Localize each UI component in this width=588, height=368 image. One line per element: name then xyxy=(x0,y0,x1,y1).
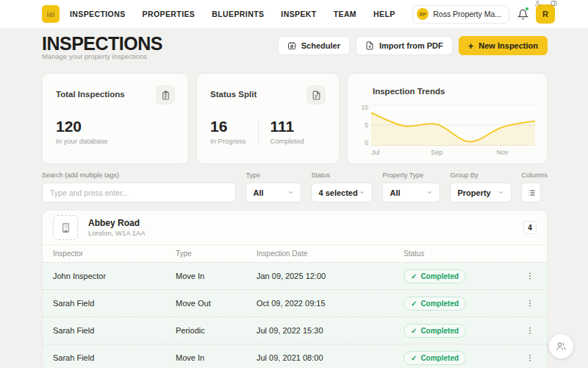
row-menu-button[interactable] xyxy=(523,299,537,308)
row-menu-button[interactable] xyxy=(523,272,537,280)
page-subtitle: Manage your property inspections xyxy=(42,52,162,60)
columns-group: Columns xyxy=(521,171,548,202)
row-menu-button[interactable] xyxy=(523,353,537,362)
column-header-inspection-date: Inspection Date xyxy=(257,250,404,258)
property-type-filter-select[interactable]: All xyxy=(382,183,440,202)
account-name: Ross Property Ma... xyxy=(433,10,501,18)
title-block: INSPECTIONS Manage your property inspect… xyxy=(42,35,162,60)
check-icon: ✓ xyxy=(411,327,417,335)
nav-items: INSPECTIONSPROPERTIESBLUEPRINTSINSPEKTTE… xyxy=(70,10,395,18)
property-location: London, W1A 1AA xyxy=(88,229,146,237)
property-info: Abbey Road London, W1A 1AA xyxy=(88,218,146,237)
y-tick-label: 10 xyxy=(359,105,368,110)
total-inspections-card: Total Inspections 120 In your database xyxy=(42,73,189,164)
type-filter-select[interactable]: All xyxy=(245,183,301,202)
row-menu-button[interactable] xyxy=(523,326,537,335)
columns-button[interactable] xyxy=(521,183,541,202)
search-label: Search (add multiple tags) xyxy=(42,171,236,179)
total-inspections-title: Total Inspections xyxy=(56,90,125,99)
page-content: INSPECTIONS Manage your property inspect… xyxy=(0,35,588,368)
nav-item-help[interactable]: HELP xyxy=(373,10,395,18)
nav-item-blueprints[interactable]: BLUEPRINTS xyxy=(212,10,264,18)
in-progress-label: In Progress xyxy=(210,137,246,145)
property-group-header[interactable]: Abbey Road London, W1A 1AA 4 xyxy=(43,210,547,244)
trend-area xyxy=(371,113,535,146)
page-title: INSPECTIONS xyxy=(42,35,162,52)
chevron-down-icon xyxy=(359,189,365,196)
scheduler-button[interactable]: Scheduler xyxy=(278,36,350,55)
app-logo[interactable]: iai xyxy=(42,5,60,23)
building-icon xyxy=(60,222,71,233)
property-type-filter-value: All xyxy=(390,188,400,197)
cell-inspection-date: Jan 09, 2025 12:00 xyxy=(257,272,404,280)
cell-type: Periodic xyxy=(176,326,257,335)
stat-cards: Total Inspections 120 In your database S… xyxy=(42,73,548,164)
status-label: Completed xyxy=(420,272,459,280)
column-header-status: Status xyxy=(404,250,537,258)
table-row[interactable]: Sarah FieldMove OutOct 09, 2022 09:15✓Co… xyxy=(43,289,547,316)
sidebar-panel-icon xyxy=(551,0,557,7)
x-tick-label: Jul xyxy=(371,149,380,156)
clipboard-icon-button[interactable] xyxy=(156,85,175,105)
check-icon: ✓ xyxy=(411,354,417,362)
user-avatar-button[interactable]: R xyxy=(536,4,555,24)
total-inspections-value: 120 xyxy=(56,118,175,135)
chevron-down-icon xyxy=(426,189,433,196)
completed-value: 111 xyxy=(270,118,304,135)
property-type-filter-group: Property Type All xyxy=(382,171,440,202)
new-inspection-button[interactable]: + New Inspection xyxy=(459,36,548,55)
nav-item-team[interactable]: TEAM xyxy=(334,10,356,18)
y-tick-label: 5 xyxy=(359,122,368,128)
browser-extension-icons xyxy=(534,0,557,7)
nav-item-properties[interactable]: PROPERTIES xyxy=(143,10,196,18)
in-progress-value: 16 xyxy=(210,118,246,135)
trends-chart-svg xyxy=(371,105,535,146)
person-icon xyxy=(534,0,541,7)
chevron-down-icon xyxy=(498,189,504,196)
cell-inspector: Sarah Field xyxy=(53,326,176,335)
nav-item-inspections[interactable]: INSPECTIONS xyxy=(70,10,126,18)
cell-inspection-date: Jul 09, 2022 15:30 xyxy=(257,326,404,335)
header-actions: Scheduler Import from PDF + New Inspecti… xyxy=(278,36,548,55)
scheduler-clock-icon xyxy=(287,41,296,50)
search-input[interactable] xyxy=(42,183,236,202)
support-users-fab[interactable] xyxy=(549,334,573,358)
kebab-icon xyxy=(526,326,534,335)
table-row[interactable]: John InspectorMove InJan 09, 2025 12:00✓… xyxy=(43,262,547,289)
group-by-filter-select[interactable]: Property xyxy=(450,183,512,202)
group-by-filter-value: Property xyxy=(457,188,490,197)
property-name: Abbey Road xyxy=(88,218,146,228)
cell-inspector: Sarah Field xyxy=(53,299,176,308)
status-filter-select[interactable]: 4 selected xyxy=(311,183,373,202)
table-row[interactable]: Sarah FieldMove InJul 09, 2021 08:00✓Com… xyxy=(43,344,547,368)
y-tick-label: 0 xyxy=(359,140,368,146)
status-split-title: Status Split xyxy=(210,90,257,99)
import-pdf-button[interactable]: Import from PDF xyxy=(356,36,453,55)
status-badge: ✓Completed xyxy=(404,269,466,283)
plus-icon: + xyxy=(468,40,474,52)
status-filter-group: Status 4 selected xyxy=(311,171,373,202)
cell-status: ✓Completed xyxy=(404,269,523,283)
check-icon: ✓ xyxy=(411,300,417,308)
type-filter-label: Type xyxy=(245,171,301,179)
status-filter-value: 4 selected xyxy=(318,188,357,197)
cell-type: Move Out xyxy=(176,299,257,308)
inspections-table-card: Abbey Road London, W1A 1AA 4 InspectorTy… xyxy=(42,210,548,368)
table-row[interactable]: Sarah FieldPeriodicJul 09, 2022 15:30✓Co… xyxy=(43,316,547,344)
notification-dot xyxy=(525,7,529,11)
account-switcher[interactable]: RP Ross Property Ma... xyxy=(412,5,509,24)
notifications-button[interactable] xyxy=(516,7,529,21)
status-badge: ✓Completed xyxy=(404,351,466,365)
status-filter-label: Status xyxy=(311,171,373,179)
search-group: Search (add multiple tags) xyxy=(42,171,236,202)
cell-type: Move In xyxy=(176,353,257,362)
scheduler-label: Scheduler xyxy=(301,41,340,50)
columns-label: Columns xyxy=(521,171,548,179)
cell-status: ✓Completed xyxy=(404,324,523,338)
kebab-icon xyxy=(526,272,534,280)
chevron-down-icon xyxy=(287,189,294,196)
x-tick-label: Sep xyxy=(431,149,442,156)
nav-item-inspekt[interactable]: INSPEKT xyxy=(281,10,316,18)
document-icon-button[interactable] xyxy=(306,85,326,105)
nav-right: RP Ross Property Ma... R xyxy=(412,4,555,24)
